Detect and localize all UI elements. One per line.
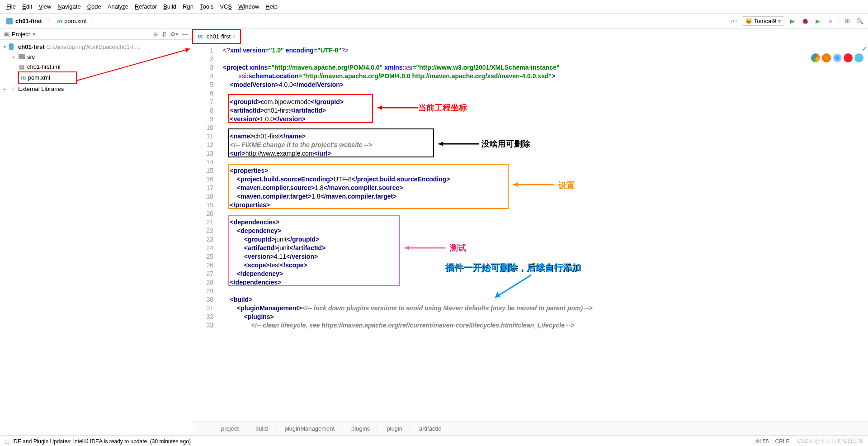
menu-help[interactable]: Help <box>263 2 280 11</box>
annotation-label: 插件一开始可删除，后续自行添加 <box>445 261 581 274</box>
target-icon[interactable]: ⊕ <box>153 31 158 38</box>
tomcat-icon: 🐱 <box>745 18 752 24</box>
annotation-arrow <box>434 139 479 148</box>
line-separator[interactable]: CRLF: <box>775 438 791 445</box>
breadcrumb-file[interactable]: mpom.xml <box>55 16 90 26</box>
collapse-icon[interactable]: ⇵ <box>162 31 167 38</box>
libraries-icon: ⊪ <box>9 85 16 92</box>
svg-marker-7 <box>513 182 518 187</box>
breadcrumb-item[interactable]: build <box>254 424 269 433</box>
svg-line-10 <box>495 275 531 298</box>
annotation-label: 没啥用可删除 <box>481 138 530 149</box>
editor-area: m ch01-first × 1234567891011121314151617… <box>192 29 868 435</box>
maven-icon: m <box>21 74 26 81</box>
dropdown-icon[interactable]: ▾ <box>33 31 36 38</box>
svg-marker-3 <box>377 105 382 110</box>
chrome-icon[interactable] <box>811 53 820 62</box>
code-editor[interactable]: 1234567891011121314151617181920212223242… <box>192 44 868 421</box>
menu-vcs[interactable]: VCS <box>217 2 235 11</box>
annotation-label: 当前工程坐标 <box>418 102 467 113</box>
svg-marker-9 <box>405 246 409 250</box>
debug-button[interactable]: 🐞 <box>801 17 810 26</box>
panel-title: Project <box>12 31 30 38</box>
folder-icon <box>19 54 25 59</box>
folder-icon <box>9 43 14 50</box>
gear-icon[interactable]: ✿▾ <box>170 31 179 38</box>
breadcrumb-project[interactable]: ch01-first <box>4 17 45 25</box>
hide-icon[interactable]: — <box>182 31 188 38</box>
project-panel: ▣ Project ▾ ⊕ ⇵ ✿▾ — ▾ ch01-first G:\Jav… <box>0 29 192 435</box>
chevron-down-icon[interactable]: ▾ <box>4 44 9 49</box>
breadcrumb-item[interactable]: artifactId <box>417 424 443 433</box>
annotation-label: 测试 <box>450 242 466 253</box>
chevron-right-icon[interactable]: ▸ <box>13 54 18 59</box>
file-icon: ▤ <box>18 63 25 70</box>
run-button[interactable]: ▶ <box>788 17 797 26</box>
annotation-arrow <box>491 273 536 300</box>
breadcrumb-item[interactable]: plugin <box>385 424 404 433</box>
menubar: FFileile Edit View Navigate Code Analyze… <box>0 0 868 14</box>
coverage-button[interactable]: ▶ <box>813 17 822 26</box>
gutter: 1234567891011121314151617181920212223242… <box>192 44 219 421</box>
statusbar: ▢ IDE and Plugin Updates: IntelliJ IDEA … <box>0 435 868 446</box>
breadcrumb-item[interactable]: plugins <box>349 424 372 433</box>
annotation-arrow <box>400 243 445 252</box>
menu-edit[interactable]: Edit <box>19 2 35 11</box>
tree-external-libraries[interactable]: ▸ ⊪ External Libraries <box>0 84 192 94</box>
structure-icon[interactable]: ⊞ <box>843 17 852 26</box>
menu-run[interactable]: Run <box>180 2 196 11</box>
menu-analyze[interactable]: Analyze <box>105 2 131 11</box>
chevron-icon: 〉 <box>46 17 54 25</box>
navbar: ch01-first 〉 mpom.xml 〉 ↓01 🐱 Tomcat9 ▾ … <box>0 14 868 29</box>
maven-icon: m <box>198 33 203 40</box>
opera-icon[interactable] <box>844 53 853 62</box>
breadcrumb-item[interactable]: project <box>219 424 241 433</box>
menu-code[interactable]: Code <box>85 2 104 11</box>
annotation-arrow <box>509 180 554 189</box>
firefox-icon[interactable] <box>822 53 831 62</box>
editor-breadcrumb: project〉 build〉 pluginManagement〉 plugin… <box>192 421 868 435</box>
build-icon[interactable]: ↓01 <box>729 17 738 26</box>
breadcrumb-item[interactable]: pluginManagement <box>283 424 337 433</box>
annotation-arrow <box>373 103 418 112</box>
safari-icon[interactable] <box>833 53 842 62</box>
code-content[interactable]: ✓ <?xml version="1.0" encoding="UTF-8"?>… <box>219 44 868 421</box>
menu-refactor[interactable]: Refactor <box>132 2 160 11</box>
panel-header: ▣ Project ▾ ⊕ ⇵ ✿▾ — <box>0 29 192 40</box>
status-message: IDE and Plugin Updates: IntelliJ IDEA is… <box>12 438 191 445</box>
check-icon: ✓ <box>862 45 867 52</box>
annotation-label: 设置 <box>558 180 575 191</box>
menu-build[interactable]: Build <box>160 2 179 11</box>
menu-tools[interactable]: Tools <box>197 2 216 11</box>
tree-root[interactable]: ▾ ch01-first G:\Java\SpringWorkSpace\ch0… <box>0 42 192 52</box>
menu-view[interactable]: View <box>36 2 54 11</box>
tree-iml[interactable]: ▤ ch01-first.iml <box>0 62 192 71</box>
menu-window[interactable]: Window <box>236 2 262 11</box>
browser-icons <box>811 53 863 62</box>
chevron-icon: 〉 <box>90 17 98 25</box>
search-icon[interactable]: 🔍 <box>855 17 864 26</box>
ie-icon[interactable] <box>854 53 863 62</box>
menu-file[interactable]: FFileile <box>4 2 19 11</box>
chevron-right-icon[interactable]: ▸ <box>4 86 9 91</box>
cursor-position[interactable]: 44:55 <box>755 438 769 445</box>
menu-navigate[interactable]: Navigate <box>55 2 83 11</box>
project-tree: ▾ ch01-first G:\Java\SpringWorkSpace\ch0… <box>0 40 192 95</box>
maven-icon: m <box>57 17 63 25</box>
close-icon[interactable]: × <box>232 33 236 40</box>
editor-tabs: m ch01-first × <box>192 29 868 44</box>
folder-icon <box>6 18 13 24</box>
status-icon[interactable]: ▢ <box>5 438 9 445</box>
stop-button[interactable]: ■ <box>826 17 835 26</box>
tree-pom[interactable]: m pom.xml <box>18 71 77 84</box>
project-tree-icon: ▣ <box>4 31 9 38</box>
tree-src[interactable]: ▸ src <box>0 52 192 62</box>
project-path: G:\Java\SpringWorkSpace\ch01-f...t <box>46 43 140 50</box>
watermark-text: CSDJT@王六六的每日日报 <box>797 437 863 445</box>
editor-tab[interactable]: m ch01-first × <box>192 29 241 44</box>
svg-marker-5 <box>439 142 443 146</box>
run-config-dropdown[interactable]: 🐱 Tomcat9 ▾ <box>742 16 784 26</box>
chevron-down-icon: ▾ <box>778 18 781 24</box>
